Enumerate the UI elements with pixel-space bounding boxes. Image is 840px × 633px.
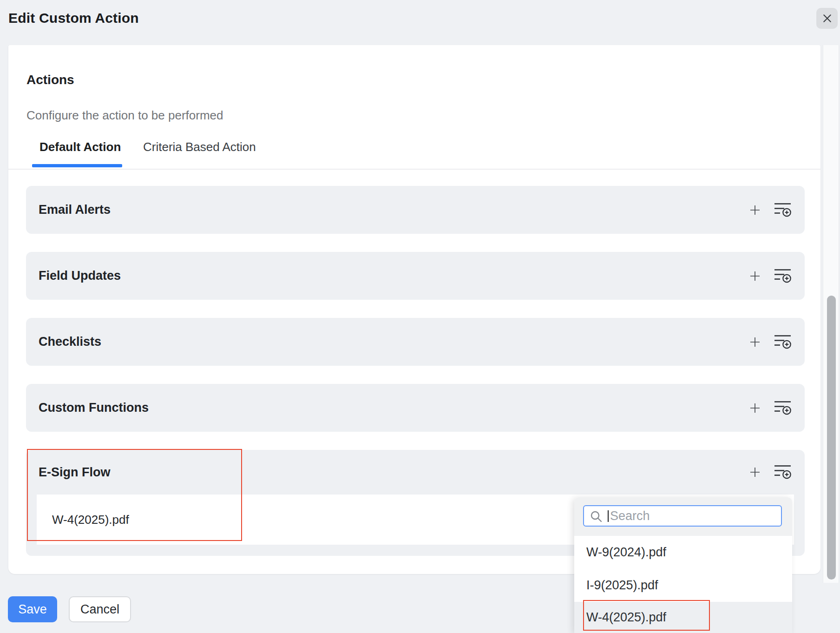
close-button[interactable] (816, 8, 838, 29)
scrollbar-thumb[interactable] (827, 296, 836, 580)
add-icon[interactable] (750, 337, 760, 347)
tab-criteria-based-action[interactable]: Criteria Based Action (143, 140, 256, 154)
add-icon[interactable] (750, 205, 760, 215)
edit-custom-action-modal: { "modal": { "title": "Edit Custom Actio… (0, 0, 840, 633)
accordion-label: Email Alerts (39, 186, 111, 234)
add-from-list-icon[interactable] (774, 334, 792, 350)
file-select-dropdown: W-9(2024).pdf I-9(2025).pdf W-4(2025).pd… (574, 497, 792, 633)
save-button[interactable]: Save (8, 596, 57, 622)
dropdown-search-header (574, 497, 792, 536)
search-box (583, 505, 782, 527)
accordion-custom-functions[interactable]: Custom Functions (26, 384, 805, 432)
dropdown-option-w4[interactable]: W-4(2025).pdf (574, 602, 792, 633)
search-input[interactable] (584, 506, 781, 526)
cancel-button[interactable]: Cancel (69, 596, 131, 622)
add-from-list-icon[interactable] (774, 400, 792, 416)
dropdown-option-i9[interactable]: I-9(2025).pdf (574, 569, 792, 602)
active-tab-indicator (32, 164, 122, 167)
add-icon[interactable] (750, 271, 760, 281)
accordion-label: Checklists (39, 318, 101, 366)
accordion-label: Field Updates (39, 252, 121, 300)
tabbar-divider (8, 169, 820, 170)
dropdown-option-w9[interactable]: W-9(2024).pdf (574, 536, 792, 569)
add-from-list-icon[interactable] (774, 464, 792, 480)
accordion-label: E-Sign Flow (39, 450, 111, 495)
add-from-list-icon[interactable] (774, 202, 792, 218)
add-icon[interactable] (750, 467, 760, 477)
accordion-checklists[interactable]: Checklists (26, 318, 805, 366)
accordion-email-alerts[interactable]: Email Alerts (26, 186, 805, 234)
page-title: Edit Custom Action (8, 10, 139, 26)
selected-file-value: W-4(2025).pdf (52, 513, 129, 527)
accordion-esign-header[interactable]: E-Sign Flow (26, 450, 805, 495)
close-icon (822, 13, 833, 24)
accordion-field-updates[interactable]: Field Updates (26, 252, 805, 300)
accordion-label: Custom Functions (39, 384, 149, 432)
add-icon[interactable] (750, 403, 760, 413)
tab-default-action[interactable]: Default Action (39, 140, 121, 154)
section-heading: Actions (26, 73, 74, 87)
add-from-list-icon[interactable] (774, 268, 792, 284)
actions-card: Actions Configure the action to be perfo… (8, 45, 820, 574)
section-subtitle: Configure the action to be performed (26, 108, 223, 123)
